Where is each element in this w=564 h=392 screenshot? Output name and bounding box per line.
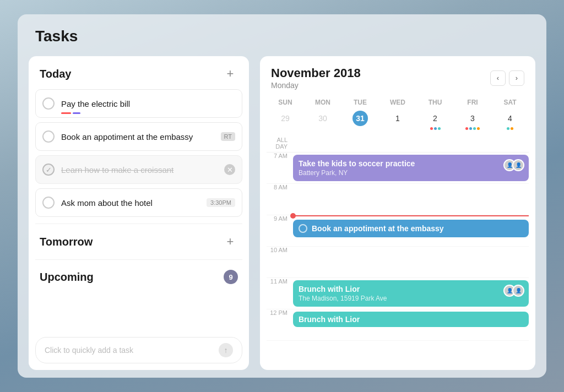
event-brunch-cont[interactable]: Brunch with Lior	[293, 312, 529, 327]
col-header-tue: TUE	[341, 96, 379, 108]
dot-red	[465, 127, 468, 130]
today-section-header: Today +	[29, 56, 249, 89]
tomorrow-section: Tomorrow +	[29, 226, 249, 257]
event-title: Book an appotiment at the embassy	[312, 224, 444, 233]
dot-orange	[477, 127, 480, 130]
date-cell[interactable]: 3	[454, 108, 491, 132]
dot-orange	[511, 127, 513, 130]
date-cell[interactable]: 29	[267, 108, 304, 132]
col-header-mon: MON	[304, 96, 341, 108]
calendar-grid: SUN MON TUE WED THU FRI SAT 29 30 31 1	[260, 92, 535, 134]
time-row-7am: 7 AM 👤 👤 Take the kids to soccer practic…	[267, 153, 529, 184]
badge-rt: RT	[221, 132, 235, 141]
date-cell[interactable]: 4	[491, 108, 529, 132]
app-container: Tasks Today + Pay the electric bill Book…	[18, 14, 546, 378]
date-cell[interactable]: 2	[416, 108, 454, 132]
dot-teal	[438, 127, 441, 130]
calendar-title-block: November 2018 Monday	[271, 66, 361, 90]
task-item-completed[interactable]: Learn how to make a croissant ✕	[35, 155, 242, 184]
task-text: Book an appotiment at the embassy	[61, 132, 216, 141]
badge-time: 3:30PM	[207, 198, 235, 207]
time-row-11am: 11 AM 👤 👤 Brunch with Lior The Madison, …	[267, 278, 529, 309]
calendar-month: November 2018	[271, 66, 361, 80]
task-item[interactable]: Book an appotiment at the embassy RT	[35, 122, 242, 151]
event-embassy[interactable]: Book an appotiment at the embassy	[293, 220, 529, 237]
date-number: 3	[465, 111, 480, 126]
calendar-day-name: Monday	[271, 81, 361, 90]
upcoming-section: Upcoming 9	[29, 262, 249, 292]
dot-teal	[507, 127, 509, 130]
event-brunch[interactable]: 👤 👤 Brunch with Lior The Madison, 15919 …	[293, 280, 529, 307]
task-checkbox-checked[interactable]	[42, 164, 55, 176]
task-checkbox[interactable]	[42, 130, 55, 143]
col-header-sun: SUN	[267, 96, 304, 108]
time-row-9am: 9 AM Book an appotiment at the embassy	[267, 215, 529, 247]
dot-blue	[469, 127, 472, 130]
date-dots	[454, 127, 491, 130]
date-cell[interactable]: 30	[304, 108, 341, 132]
event-subtitle: Battery Park, NY	[299, 169, 523, 177]
dot-teal	[473, 127, 476, 130]
task-checkbox[interactable]	[42, 197, 55, 209]
time-label-12pm: 12 PM	[267, 309, 293, 316]
date-number: 4	[502, 111, 518, 126]
tomorrow-add-button[interactable]: +	[223, 234, 238, 249]
event-soccer[interactable]: 👤 👤 Take the kids to soccer practice Bat…	[293, 155, 529, 181]
date-dots	[416, 127, 454, 130]
all-day-row: ALL DAY	[267, 134, 529, 153]
tasks-list: Pay the electric bill Book an appotiment…	[29, 89, 249, 221]
divider	[35, 259, 242, 260]
dot-blue	[434, 127, 437, 130]
upcoming-label: Upcoming	[40, 271, 94, 284]
event-title: Brunch with Lior	[299, 285, 523, 293]
time-label-9am: 9 AM	[267, 215, 293, 222]
upcoming-count-badge: 9	[224, 270, 238, 284]
date-dots	[491, 127, 529, 130]
event-title: Take the kids to soccer practice	[299, 159, 523, 168]
quick-add-arrow-icon[interactable]: ↑	[219, 343, 233, 357]
time-label-10am: 10 AM	[267, 247, 293, 253]
task-text: Pay the electric bill	[61, 99, 235, 108]
date-number: 2	[427, 111, 443, 126]
event-title: Brunch with Lior	[299, 315, 523, 324]
task-item[interactable]: Pay the electric bill	[35, 89, 242, 118]
time-label-7am: 7 AM	[267, 153, 293, 159]
quick-add-placeholder: Click to quickly add a task	[45, 346, 133, 355]
underline-blue	[73, 112, 80, 114]
date-number: 30	[315, 111, 330, 126]
today-add-button[interactable]: +	[223, 66, 238, 81]
task-item[interactable]: Ask mom about the hotel 3:30PM	[35, 188, 242, 217]
task-checkbox[interactable]	[42, 97, 55, 110]
calendar-body: ALL DAY 7 AM 👤 👤 Take the kids to soccer…	[260, 134, 535, 370]
left-panel: Today + Pay the electric bill Book an ap…	[29, 56, 249, 370]
time-row-10am: 10 AM	[267, 247, 529, 278]
date-cell[interactable]: 1	[379, 108, 416, 132]
time-row-inner	[293, 247, 529, 277]
app-title: Tasks	[35, 28, 78, 45]
col-header-thu: THU	[416, 96, 454, 108]
calendar-nav: ‹ ›	[490, 70, 524, 86]
time-row-8am: 8 AM	[267, 184, 529, 215]
time-row-inner: Book an appotiment at the embassy	[293, 215, 529, 246]
task-text-completed: Learn how to make a croissant	[61, 165, 220, 175]
task-underline-indicators	[61, 112, 80, 114]
col-header-sat: SAT	[491, 96, 529, 108]
underline-red	[61, 112, 71, 114]
close-icon[interactable]: ✕	[224, 164, 235, 175]
event-checkbox[interactable]	[299, 224, 307, 233]
date-number-today: 31	[352, 111, 368, 126]
date-cell-today[interactable]: 31	[341, 108, 379, 132]
dot-red	[430, 127, 433, 130]
event-subtitle: The Madison, 15919 Park Ave	[299, 295, 523, 302]
calendar-header: November 2018 Monday ‹ ›	[260, 56, 535, 92]
time-label-8am: 8 AM	[267, 184, 293, 190]
calendar-prev-button[interactable]: ‹	[490, 70, 506, 86]
time-row-inner: 👤 👤 Take the kids to soccer practice Bat…	[293, 153, 529, 183]
time-row-12pm: 12 PM Brunch with Lior	[267, 309, 529, 341]
quick-add-bar[interactable]: Click to quickly add a task ↑	[35, 337, 242, 363]
right-panel: November 2018 Monday ‹ › SUN MON TUE WED…	[260, 56, 535, 370]
calendar-next-button[interactable]: ›	[509, 70, 524, 86]
tomorrow-label: Tomorrow	[40, 236, 93, 248]
date-number: 1	[390, 111, 405, 126]
current-time-indicator	[293, 215, 529, 216]
